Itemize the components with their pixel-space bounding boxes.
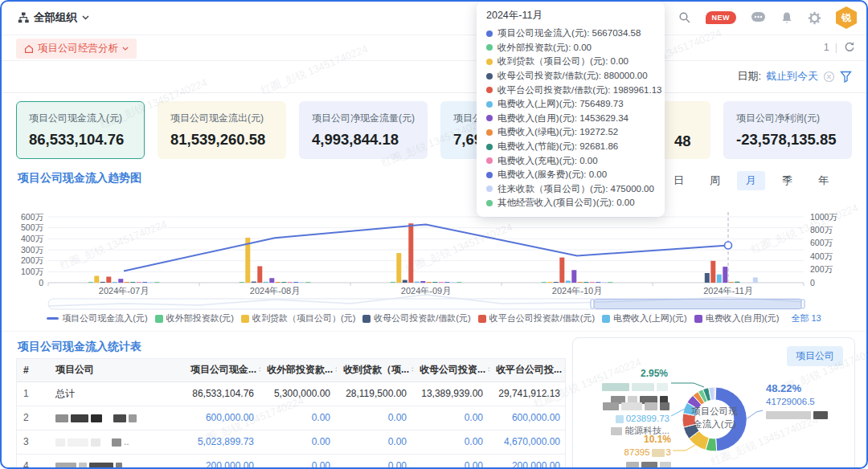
- table-header-3[interactable]: 收外部投资款...: [260, 359, 337, 381]
- sort-icon[interactable]: [488, 365, 489, 373]
- bar-segment[interactable]: [578, 282, 583, 283]
- period-tab-年[interactable]: 年: [809, 171, 837, 190]
- user-avatar[interactable]: 锐: [836, 6, 857, 29]
- bar-segment[interactable]: [142, 282, 147, 283]
- legend-item[interactable]: 电费收入(自用)(元): [694, 312, 780, 324]
- bar-segment[interactable]: [300, 282, 305, 283]
- table-header-6[interactable]: 收平台公司投...: [489, 359, 566, 381]
- date-filter-value[interactable]: 截止到今天: [766, 69, 818, 84]
- bar-segment[interactable]: [403, 280, 407, 283]
- clear-filter-icon[interactable]: [823, 71, 835, 83]
- new-badge[interactable]: NEW: [706, 11, 737, 24]
- period-tab-月[interactable]: 月: [737, 171, 765, 190]
- legend-show-all-link[interactable]: 全部 13: [791, 312, 821, 324]
- filter-funnel-icon[interactable]: [840, 71, 852, 83]
- bar-segment[interactable]: [571, 270, 576, 283]
- bar-segment[interactable]: [125, 282, 129, 283]
- bar-segment[interactable]: [257, 267, 262, 283]
- bar-segment[interactable]: [735, 282, 739, 283]
- bar-segment[interactable]: [457, 282, 461, 283]
- bar-segment[interactable]: [547, 282, 552, 283]
- kpi-card-6[interactable]: 项目公司净利润(元)-23,578,135.85: [723, 101, 852, 159]
- table-header-4[interactable]: 收到贷款（项...: [337, 359, 413, 381]
- bell-icon[interactable]: [780, 11, 793, 25]
- trend-line[interactable]: [124, 224, 728, 271]
- bar-segment[interactable]: [276, 282, 280, 283]
- bar-segment[interactable]: [269, 278, 274, 283]
- period-tab-周[interactable]: 周: [701, 171, 729, 190]
- tab-project-analysis[interactable]: 项目公司经营分析: [16, 39, 137, 59]
- search-icon[interactable]: [678, 11, 691, 24]
- bar-segment[interactable]: [427, 282, 432, 283]
- legend-item[interactable]: 收外部投资款(元): [155, 312, 234, 324]
- kpi-card-1[interactable]: 项目公司现金流入(元)86,533,104.76: [16, 101, 145, 159]
- bar-segment[interactable]: [729, 282, 734, 283]
- table-header-5[interactable]: 收母公司投资...: [413, 359, 489, 381]
- bar-segment[interactable]: [149, 282, 154, 283]
- bar-segment[interactable]: [113, 282, 117, 283]
- bar-segment[interactable]: [288, 282, 293, 283]
- bar-segment[interactable]: [154, 282, 159, 283]
- legend-item[interactable]: 收母公司投资款/借款(元): [362, 312, 470, 324]
- bar-segment[interactable]: [583, 282, 588, 283]
- bar-segment[interactable]: [396, 253, 401, 283]
- bar-segment[interactable]: [439, 282, 444, 283]
- table-row[interactable]: 4...200,000.000.000.000.00200,000.00: [17, 454, 566, 469]
- bar-segment[interactable]: [723, 267, 727, 283]
- bar-segment[interactable]: [252, 282, 256, 283]
- bar-segment[interactable]: [420, 281, 425, 283]
- donut-filter-badge[interactable]: 项目公司: [787, 346, 843, 366]
- legend-item[interactable]: 项目公司现金流入(元): [47, 312, 147, 324]
- bar-segment[interactable]: [554, 282, 559, 283]
- bar-segment[interactable]: [717, 275, 722, 283]
- bar-segment[interactable]: [596, 282, 600, 283]
- legend-item[interactable]: 收到贷款（项目公司）(元): [241, 312, 355, 324]
- bar-segment[interactable]: [130, 282, 135, 283]
- bar-segment[interactable]: [432, 282, 437, 283]
- kpi-card-3[interactable]: 项目公司净现金流量(元)4,993,844.18: [299, 101, 428, 159]
- org-selector[interactable]: 全部组织: [18, 10, 89, 25]
- bar-segment[interactable]: [566, 281, 571, 283]
- bar-segment[interactable]: [559, 258, 564, 283]
- bar-segment[interactable]: [94, 276, 99, 283]
- sort-icon[interactable]: [564, 365, 566, 373]
- bar-segment[interactable]: [705, 273, 710, 283]
- bar-segment[interactable]: [602, 282, 607, 283]
- bar-segment[interactable]: [451, 282, 456, 283]
- bar-segment[interactable]: [415, 282, 420, 283]
- period-tab-季[interactable]: 季: [773, 171, 801, 190]
- kpi-card-2[interactable]: 项目公司现金流出(元)81,539,260.58: [158, 101, 286, 159]
- bar-segment[interactable]: [305, 282, 310, 283]
- date-filter[interactable]: 日期: 截止到今天: [737, 69, 852, 84]
- bar-segment[interactable]: [408, 223, 413, 283]
- bar-segment[interactable]: [444, 282, 449, 283]
- bar-segment[interactable]: [281, 282, 286, 283]
- gear-icon[interactable]: [808, 11, 821, 25]
- bar-segment[interactable]: [118, 279, 123, 283]
- bar-segment[interactable]: [100, 282, 105, 283]
- datazoom-handle-right[interactable]: [801, 300, 805, 308]
- bar-segment[interactable]: [137, 282, 141, 283]
- sort-icon[interactable]: [411, 365, 413, 373]
- bar-segment[interactable]: [88, 282, 93, 283]
- sort-icon[interactable]: [259, 365, 260, 373]
- datazoom-selection[interactable]: [592, 300, 804, 309]
- period-tab-日[interactable]: 日: [665, 171, 693, 190]
- bar-segment[interactable]: [710, 261, 715, 283]
- datazoom-handle-left[interactable]: [591, 300, 594, 308]
- bar-segment[interactable]: [106, 277, 111, 283]
- bar-segment[interactable]: [391, 282, 395, 283]
- bar-segment[interactable]: [293, 282, 298, 283]
- refresh-icon[interactable]: [843, 41, 855, 53]
- table-row[interactable]: 1总计86,533,104.765,300,000.0028,119,500.0…: [17, 381, 566, 406]
- sort-icon[interactable]: [335, 365, 337, 373]
- trend-chart[interactable]: 2024年-07月2024年-08月2024年-09月2024年-10月2024…: [16, 206, 852, 312]
- message-icon[interactable]: [751, 11, 766, 24]
- bar-segment[interactable]: [240, 282, 244, 283]
- bar-segment[interactable]: [590, 282, 595, 283]
- legend-item[interactable]: 收平台公司投资款/借款(元): [478, 312, 595, 324]
- bar-segment[interactable]: [608, 282, 612, 283]
- table-row[interactable]: 2600,000.000.000.000.00600,000.00: [17, 406, 566, 430]
- table-header-2[interactable]: 项目公司现金...: [184, 359, 260, 381]
- bar-segment[interactable]: [264, 282, 268, 283]
